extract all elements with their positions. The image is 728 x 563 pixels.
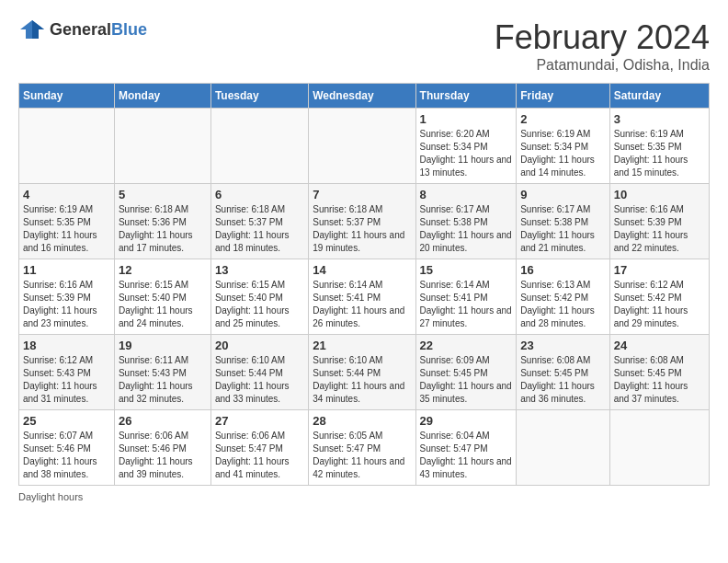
day-cell: 23Sunrise: 6:08 AM Sunset: 5:45 PM Dayli… — [517, 335, 610, 410]
day-cell: 2Sunrise: 6:19 AM Sunset: 5:34 PM Daylig… — [517, 109, 610, 184]
day-cell: 11Sunrise: 6:16 AM Sunset: 5:39 PM Dayli… — [19, 259, 115, 335]
day-cell: 5Sunrise: 6:18 AM Sunset: 5:36 PM Daylig… — [114, 184, 210, 259]
col-header-friday: Friday — [517, 84, 610, 109]
col-header-sunday: Sunday — [19, 84, 115, 109]
day-info: Sunrise: 6:12 AM Sunset: 5:43 PM Dayligh… — [23, 354, 110, 406]
col-header-wednesday: Wednesday — [309, 84, 415, 109]
day-number: 14 — [313, 263, 411, 277]
day-cell: 9Sunrise: 6:17 AM Sunset: 5:38 PM Daylig… — [517, 184, 610, 259]
day-number: 20 — [215, 339, 304, 352]
day-cell — [609, 410, 709, 486]
col-header-saturday: Saturday — [609, 84, 709, 109]
day-number: 19 — [119, 339, 207, 352]
day-number: 16 — [520, 263, 606, 277]
day-info: Sunrise: 6:06 AM Sunset: 5:47 PM Dayligh… — [215, 430, 304, 481]
day-number: 27 — [215, 414, 304, 428]
day-info: Sunrise: 6:19 AM Sunset: 5:35 PM Dayligh… — [23, 203, 110, 255]
col-header-monday: Monday — [114, 84, 210, 109]
day-cell: 28Sunrise: 6:05 AM Sunset: 5:47 PM Dayli… — [309, 410, 415, 486]
header: GeneralBlue February 2024 Patamundai, Od… — [18, 18, 710, 74]
day-number: 1 — [420, 112, 513, 126]
day-cell: 21Sunrise: 6:10 AM Sunset: 5:44 PM Dayli… — [309, 335, 415, 410]
day-cell: 8Sunrise: 6:17 AM Sunset: 5:38 PM Daylig… — [415, 184, 517, 259]
day-info: Sunrise: 6:14 AM Sunset: 5:41 PM Dayligh… — [313, 279, 411, 330]
day-number: 9 — [520, 188, 606, 201]
day-number: 6 — [215, 188, 304, 201]
day-number: 24 — [614, 339, 705, 352]
day-info: Sunrise: 6:07 AM Sunset: 5:46 PM Dayligh… — [23, 430, 110, 481]
month-title: February 2024 — [495, 18, 710, 57]
day-cell: 20Sunrise: 6:10 AM Sunset: 5:44 PM Dayli… — [210, 335, 308, 410]
day-number: 3 — [614, 112, 705, 126]
logo-general: General — [50, 20, 111, 39]
day-number: 28 — [313, 414, 411, 428]
day-cell: 19Sunrise: 6:11 AM Sunset: 5:43 PM Dayli… — [114, 335, 210, 410]
day-cell — [309, 109, 415, 184]
logo: GeneralBlue — [18, 18, 147, 40]
day-cell: 6Sunrise: 6:18 AM Sunset: 5:37 PM Daylig… — [210, 184, 308, 259]
day-number: 10 — [614, 188, 705, 201]
day-info: Sunrise: 6:10 AM Sunset: 5:44 PM Dayligh… — [215, 354, 304, 406]
day-number: 15 — [420, 263, 513, 277]
calendar-table: SundayMondayTuesdayWednesdayThursdayFrid… — [18, 83, 710, 486]
day-info: Sunrise: 6:18 AM Sunset: 5:37 PM Dayligh… — [313, 203, 411, 255]
day-cell: 3Sunrise: 6:19 AM Sunset: 5:35 PM Daylig… — [609, 109, 709, 184]
col-header-tuesday: Tuesday — [210, 84, 308, 109]
day-cell: 27Sunrise: 6:06 AM Sunset: 5:47 PM Dayli… — [210, 410, 308, 486]
day-info: Sunrise: 6:15 AM Sunset: 5:40 PM Dayligh… — [215, 279, 304, 330]
week-row-3: 11Sunrise: 6:16 AM Sunset: 5:39 PM Dayli… — [19, 259, 710, 335]
day-cell — [19, 109, 115, 184]
day-cell — [210, 109, 308, 184]
day-info: Sunrise: 6:10 AM Sunset: 5:44 PM Dayligh… — [313, 354, 411, 406]
day-info: Sunrise: 6:13 AM Sunset: 5:42 PM Dayligh… — [520, 279, 606, 330]
day-cell: 1Sunrise: 6:20 AM Sunset: 5:34 PM Daylig… — [415, 109, 517, 184]
day-cell: 25Sunrise: 6:07 AM Sunset: 5:46 PM Dayli… — [19, 410, 115, 486]
day-number: 29 — [420, 414, 513, 428]
logo-icon — [18, 18, 46, 40]
footer-note: Daylight hours — [18, 491, 710, 502]
day-info: Sunrise: 6:17 AM Sunset: 5:38 PM Dayligh… — [520, 203, 606, 255]
day-info: Sunrise: 6:06 AM Sunset: 5:46 PM Dayligh… — [119, 430, 207, 481]
week-row-5: 25Sunrise: 6:07 AM Sunset: 5:46 PM Dayli… — [19, 410, 710, 486]
day-info: Sunrise: 6:04 AM Sunset: 5:47 PM Dayligh… — [420, 430, 513, 481]
day-cell: 22Sunrise: 6:09 AM Sunset: 5:45 PM Dayli… — [415, 335, 517, 410]
day-info: Sunrise: 6:16 AM Sunset: 5:39 PM Dayligh… — [614, 203, 705, 255]
day-cell: 7Sunrise: 6:18 AM Sunset: 5:37 PM Daylig… — [309, 184, 415, 259]
day-number: 8 — [420, 188, 513, 201]
logo-blue: Blue — [111, 20, 147, 39]
col-header-thursday: Thursday — [415, 84, 517, 109]
day-info: Sunrise: 6:16 AM Sunset: 5:39 PM Dayligh… — [23, 279, 110, 330]
day-cell: 17Sunrise: 6:12 AM Sunset: 5:42 PM Dayli… — [609, 259, 709, 335]
day-info: Sunrise: 6:11 AM Sunset: 5:43 PM Dayligh… — [119, 354, 207, 406]
day-info: Sunrise: 6:08 AM Sunset: 5:45 PM Dayligh… — [520, 354, 606, 406]
day-cell: 26Sunrise: 6:06 AM Sunset: 5:46 PM Dayli… — [114, 410, 210, 486]
svg-marker-1 — [32, 20, 44, 39]
day-cell — [517, 410, 610, 486]
day-cell: 14Sunrise: 6:14 AM Sunset: 5:41 PM Dayli… — [309, 259, 415, 335]
day-number: 11 — [23, 263, 110, 277]
day-number: 22 — [420, 339, 513, 352]
day-cell: 10Sunrise: 6:16 AM Sunset: 5:39 PM Dayli… — [609, 184, 709, 259]
day-info: Sunrise: 6:14 AM Sunset: 5:41 PM Dayligh… — [420, 279, 513, 330]
day-info: Sunrise: 6:18 AM Sunset: 5:37 PM Dayligh… — [215, 203, 304, 255]
day-cell: 24Sunrise: 6:08 AM Sunset: 5:45 PM Dayli… — [609, 335, 709, 410]
week-row-1: 1Sunrise: 6:20 AM Sunset: 5:34 PM Daylig… — [19, 109, 710, 184]
day-info: Sunrise: 6:18 AM Sunset: 5:36 PM Dayligh… — [119, 203, 207, 255]
day-cell: 18Sunrise: 6:12 AM Sunset: 5:43 PM Dayli… — [19, 335, 115, 410]
logo-text: GeneralBlue — [50, 20, 147, 40]
day-cell: 13Sunrise: 6:15 AM Sunset: 5:40 PM Dayli… — [210, 259, 308, 335]
header-row: SundayMondayTuesdayWednesdayThursdayFrid… — [19, 84, 710, 109]
day-number: 7 — [313, 188, 411, 201]
title-area: February 2024 Patamundai, Odisha, India — [495, 18, 710, 74]
day-number: 26 — [119, 414, 207, 428]
day-cell: 12Sunrise: 6:15 AM Sunset: 5:40 PM Dayli… — [114, 259, 210, 335]
week-row-4: 18Sunrise: 6:12 AM Sunset: 5:43 PM Dayli… — [19, 335, 710, 410]
day-cell: 29Sunrise: 6:04 AM Sunset: 5:47 PM Dayli… — [415, 410, 517, 486]
day-info: Sunrise: 6:12 AM Sunset: 5:42 PM Dayligh… — [614, 279, 705, 330]
day-cell: 16Sunrise: 6:13 AM Sunset: 5:42 PM Dayli… — [517, 259, 610, 335]
day-number: 13 — [215, 263, 304, 277]
day-cell: 15Sunrise: 6:14 AM Sunset: 5:41 PM Dayli… — [415, 259, 517, 335]
day-number: 5 — [119, 188, 207, 201]
day-info: Sunrise: 6:15 AM Sunset: 5:40 PM Dayligh… — [119, 279, 207, 330]
day-cell — [114, 109, 210, 184]
